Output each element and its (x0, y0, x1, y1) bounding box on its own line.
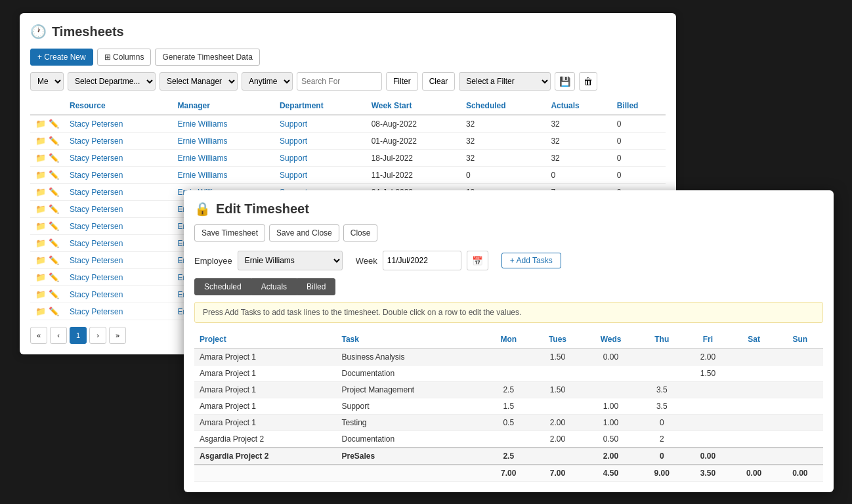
manager-link[interactable]: Ernie Williams (178, 171, 228, 180)
resource-link[interactable]: Stacy Petersen (70, 307, 123, 316)
resource-link[interactable]: Stacy Petersen (70, 136, 123, 146)
folder-icon[interactable]: 📁 (35, 170, 46, 180)
ts-tues-cell (532, 398, 583, 415)
actuals-tab[interactable]: Actuals (251, 278, 297, 295)
generate-button[interactable]: Generate Timesheet Data (155, 49, 259, 66)
week-date-input[interactable] (383, 251, 461, 270)
edit-icon[interactable]: ✏️ (49, 136, 59, 146)
dept-link[interactable]: Support (280, 171, 307, 180)
manager-link[interactable]: Ernie Williams (178, 119, 228, 129)
search-input[interactable] (297, 72, 382, 91)
edit-icon[interactable]: ✏️ (49, 170, 59, 180)
ts-tues-cell (532, 366, 583, 382)
edit-icon[interactable]: ✏️ (49, 204, 59, 214)
ts-fri-cell: 1.50 (685, 366, 731, 382)
edit-icon[interactable]: ✏️ (49, 238, 59, 248)
edit-icon[interactable]: ✏️ (49, 153, 59, 163)
ts-project-cell: Amara Project 1 (194, 382, 336, 398)
dept-link[interactable]: Support (280, 154, 307, 163)
ts-sun-cell (777, 366, 823, 382)
resource-cell: Stacy Petersen (64, 167, 173, 184)
resource-link[interactable]: Stacy Petersen (70, 188, 123, 197)
resource-link[interactable]: Stacy Petersen (70, 256, 123, 265)
dept-link[interactable]: Support (280, 136, 307, 146)
folder-icon[interactable]: 📁 (35, 272, 46, 282)
manager-select[interactable]: Select Manager (160, 72, 238, 91)
folder-icon[interactable]: 📁 (35, 153, 46, 163)
ts-task-cell: Documentation (336, 366, 484, 382)
edit-icon[interactable]: ✏️ (49, 306, 59, 316)
row-actions: 📁 ✏️ (30, 115, 64, 133)
department-select[interactable]: Select Departme... (68, 72, 156, 91)
edit-icon[interactable]: ✏️ (49, 255, 59, 265)
resource-link[interactable]: Stacy Petersen (70, 154, 123, 163)
timesheet-detail-row[interactable]: Amara Project 1Support1.51.003.5 (194, 398, 823, 415)
next-page-button[interactable]: » (109, 327, 126, 344)
lock-icon: 🔒 (194, 201, 211, 217)
timesheet-detail-row[interactable]: Asgardia Project 2PreSales2.52.0000.00 (194, 448, 823, 465)
filter-button[interactable]: Filter (386, 72, 418, 91)
create-new-button[interactable]: + Create New (30, 49, 93, 66)
edit-icon[interactable]: ✏️ (49, 272, 59, 282)
project-col-header: Project (194, 331, 336, 348)
ts-sun-cell (777, 382, 823, 398)
folder-icon[interactable]: 📁 (35, 238, 46, 248)
folder-icon[interactable]: 📁 (35, 289, 46, 299)
manager-header: Manager (173, 97, 274, 115)
timesheet-detail-row[interactable]: Amara Project 1Project Management2.51.50… (194, 382, 823, 398)
billed-tab[interactable]: Billed (297, 278, 335, 295)
mon-col-header: Mon (485, 331, 533, 348)
folder-icon[interactable]: 📁 (35, 187, 46, 197)
filter-select[interactable]: Select a Filter (459, 72, 551, 91)
columns-button[interactable]: ⊞ Columns (97, 49, 152, 66)
edit-icon[interactable]: ✏️ (49, 119, 59, 129)
folder-icon[interactable]: 📁 (35, 119, 46, 129)
timesheet-detail-row[interactable]: Amara Project 1Testing0.52.001.000 (194, 415, 823, 431)
folder-icon[interactable]: 📁 (35, 221, 46, 231)
billed-cell: 0 (612, 167, 666, 184)
resource-link[interactable]: Stacy Petersen (70, 205, 123, 214)
calendar-icon-button[interactable]: 📅 (467, 251, 488, 270)
add-tasks-button[interactable]: + Add Tasks (501, 253, 561, 268)
folder-icon[interactable]: 📁 (35, 136, 46, 146)
department-cell: Support (274, 150, 366, 167)
prev-page-button[interactable]: « (30, 327, 47, 344)
row-actions: 📁 ✏️ (30, 320, 64, 321)
timesheet-detail-row[interactable]: Amara Project 1Documentation1.50 (194, 366, 823, 382)
manager-link[interactable]: Ernie Williams (178, 136, 228, 146)
manager-link[interactable]: Ernie Williams (178, 154, 228, 163)
tab-row: Scheduled Actuals Billed (194, 278, 823, 295)
resource-link[interactable]: Stacy Petersen (70, 222, 123, 231)
prev-arrow-button[interactable]: ‹ (50, 327, 67, 344)
save-timesheet-button[interactable]: Save Timesheet (194, 224, 265, 242)
clear-button[interactable]: Clear (422, 72, 456, 91)
timesheet-detail-row[interactable]: Asgardia Project 2Documentation2.000.502 (194, 431, 823, 448)
time-select[interactable]: Anytime (242, 72, 293, 91)
folder-icon[interactable]: 📁 (35, 255, 46, 265)
dept-link[interactable]: Support (280, 119, 307, 129)
edit-icon[interactable]: ✏️ (49, 289, 59, 299)
ts-task-cell: PreSales (336, 448, 484, 465)
folder-icon[interactable]: 📁 (35, 204, 46, 214)
resource-link[interactable]: Stacy Petersen (70, 119, 123, 129)
delete-filter-icon[interactable]: 🗑 (579, 72, 597, 91)
page-1-button[interactable]: 1 (70, 327, 87, 344)
next-arrow-button[interactable]: › (89, 327, 106, 344)
timesheet-detail-row[interactable]: Amara Project 1Business Analysis1.500.00… (194, 348, 823, 366)
edit-icon[interactable]: ✏️ (49, 187, 59, 197)
close-button[interactable]: Close (343, 224, 378, 242)
user-select[interactable]: Me (30, 72, 64, 91)
timesheet-icon: 🕐 (30, 24, 47, 39)
sun-total: 0.00 (777, 465, 823, 482)
resource-link[interactable]: Stacy Petersen (70, 290, 123, 299)
scheduled-tab[interactable]: Scheduled (194, 278, 251, 295)
resource-link[interactable]: Stacy Petersen (70, 273, 123, 282)
employee-select[interactable]: Ernie Williams (238, 251, 343, 270)
ts-mon-cell: 1.5 (485, 398, 533, 415)
folder-icon[interactable]: 📁 (35, 306, 46, 316)
resource-link[interactable]: Stacy Petersen (70, 239, 123, 248)
save-filter-icon[interactable]: 💾 (555, 72, 575, 91)
resource-link[interactable]: Stacy Petersen (70, 171, 123, 180)
edit-icon[interactable]: ✏️ (49, 221, 59, 231)
save-and-close-button[interactable]: Save and Close (269, 224, 339, 242)
